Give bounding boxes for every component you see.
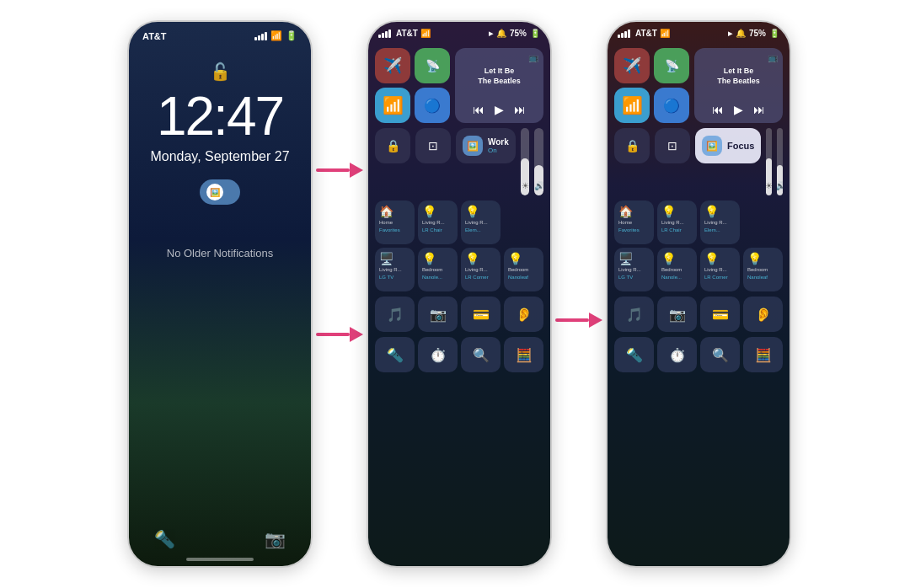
living-elem-btn-3[interactable]: 💡 Living R... Elem... — [700, 200, 740, 244]
last-row-3: 🔦 ⏱️ 🔍 🧮 — [614, 337, 783, 372]
lock-screen: AT&T 📶 🔋 🔓 12:47 Monday, September 27 🖼️… — [127, 20, 313, 568]
rotation-lock-btn-3[interactable]: 🔒 — [614, 128, 650, 163]
signal-bars-1 — [254, 32, 267, 40]
volume-icon: 🔊 — [534, 181, 543, 190]
focus-btn-text: Work On — [488, 137, 509, 154]
focus-label-icon: 🖼️ — [702, 136, 722, 156]
shazam-btn-3[interactable]: 🎵 — [614, 297, 654, 332]
home-favorites-btn-3[interactable]: 🏠 Home Favorites — [614, 200, 654, 244]
brightness-slider-3[interactable]: ☀ — [766, 128, 772, 195]
sliders-3: ☀ 🔊 — [766, 128, 783, 195]
wifi-icon-1: 📶 — [270, 30, 282, 41]
arrow-bottom — [316, 327, 363, 342]
lr-corner-btn[interactable]: 💡 Living R... LR Corner — [461, 248, 500, 291]
wallet-btn-3[interactable]: 💳 — [700, 297, 740, 332]
focus-label-btn[interactable]: 🖼️ Focus — [695, 128, 761, 163]
camera-btn-2[interactable]: 📷 — [418, 297, 458, 332]
second-row-3: 🔒 ⊡ 🖼️ Focus ☀ 🔊 — [614, 128, 783, 195]
music-title-3: Let It Be The Beatles — [701, 67, 776, 86]
bluetooth-btn[interactable]: 🔵 — [415, 88, 450, 123]
flashlight-btn-3[interactable]: 🔦 — [614, 337, 654, 372]
mirror-btn-3[interactable]: ⊡ — [655, 128, 690, 163]
bedroom-nanoleaf-btn[interactable]: 💡 Bedroom Nanoleaf — [504, 248, 543, 291]
control-center-work: AT&T 📶 ▸ 🔔 75% 🔋 ✈️ 📡 📶 🔵 📺 — [367, 20, 552, 568]
top-row-3: ✈️ 📡 📶 🔵 📺 Let It Be The Beatles ⏮ ▶ ⏭ — [614, 48, 783, 123]
wifi-btn-2[interactable]: 📶 — [375, 88, 410, 123]
prev-btn-2[interactable]: ⏮ — [473, 103, 484, 116]
flashlight-icon[interactable]: 🔦 — [154, 529, 175, 549]
camera-icon[interactable]: 📷 — [265, 529, 286, 549]
play-btn-3[interactable]: ▶ — [734, 103, 743, 116]
top-row-2: ✈️ 📡 📶 🔵 📺 Let It Be The Beatles ⏮ ▶ ⏭ — [375, 48, 543, 123]
cc-content-3: ✈️ 📡 📶 🔵 📺 Let It Be The Beatles ⏮ ▶ ⏭ — [608, 41, 790, 566]
timer-btn-3[interactable]: ⏱️ — [657, 337, 697, 372]
next-btn-3[interactable]: ⏭ — [753, 103, 765, 116]
cellular-data-btn[interactable]: 📡 — [415, 48, 450, 83]
living-lr-chair-btn-3[interactable]: 💡 Living R... LR Chair — [657, 200, 697, 244]
hearing-btn-3[interactable]: 👂 — [743, 297, 783, 332]
flashlight-btn-2[interactable]: 🔦 — [375, 337, 415, 372]
calculator-btn-3[interactable]: 🧮 — [743, 337, 783, 372]
time-display: 12:47 — [157, 85, 283, 147]
prev-btn-3[interactable]: ⏮ — [712, 103, 724, 116]
lr-corner-btn-3[interactable]: 💡 Living R... LR Corner — [700, 248, 740, 291]
volume-slider[interactable]: 🔊 — [534, 128, 543, 195]
cellular-btn-3[interactable]: 📡 — [654, 48, 689, 83]
airplay-icon-3: 📺 — [768, 53, 778, 62]
carrier-label-1: AT&T — [142, 31, 167, 41]
timer-btn-2[interactable]: ⏱️ — [418, 337, 458, 372]
status-bar-2: AT&T 📶 ▸ 🔔 75% 🔋 — [368, 22, 550, 41]
play-btn-2[interactable]: ▶ — [495, 103, 504, 116]
brightness-icon-3: ☀ — [766, 181, 772, 190]
calculator-btn-2[interactable]: 🧮 — [504, 337, 543, 372]
brightness-icon: ☀ — [522, 181, 529, 190]
alarm-icon-3: 🔔 — [736, 29, 746, 38]
home-indicator — [186, 558, 254, 561]
airplane-mode-btn-3[interactable]: ✈️ — [614, 48, 650, 83]
home-favorites-btn[interactable]: 🏠 Home Favorites — [375, 200, 415, 244]
lg-tv-btn[interactable]: 🖥️ Living R... LG TV — [375, 248, 415, 291]
lg-tv-btn-3[interactable]: 🖥️ Living R... LG TV — [614, 248, 654, 291]
magnifier-btn-3[interactable]: 🔍 — [700, 337, 740, 372]
focus-work-btn[interactable]: 🖼️ Work On — [456, 128, 516, 163]
focus-toggle-pill[interactable]: 🖼️ — [200, 179, 240, 205]
wifi-btn-3[interactable]: 📶 — [614, 88, 650, 123]
battery-icon-2: 🔋 — [530, 29, 540, 38]
shazam-btn[interactable]: 🎵 — [375, 297, 415, 332]
volume-icon-3: 🔊 — [777, 181, 783, 190]
bottom-icons-3: 🎵 📷 💳 👂 — [614, 297, 783, 332]
location-icon-2: ▸ — [489, 29, 493, 38]
battery-pct-3: 75% — [749, 29, 766, 38]
living-lr-chair-btn[interactable]: 💡 Living R... LR Chair — [418, 200, 458, 244]
bedroom-nanola-btn-3[interactable]: 💡 Bedroom Nanole... — [657, 248, 697, 291]
living-elem-btn[interactable]: 💡 Living R... Elem... — [461, 200, 500, 244]
no-notifications: No Older Notifications — [167, 247, 273, 259]
home-grid-2: 🏠 Home Favorites 💡 Living R... LR Chair … — [375, 200, 543, 291]
airplane-mode-btn[interactable]: ✈️ — [375, 48, 410, 83]
toggles-grid-2: ✈️ 📡 📶 🔵 — [375, 48, 450, 123]
status-bar-3: AT&T 📶 ▸ 🔔 75% 🔋 — [608, 22, 790, 41]
second-row-2: 🔒 ⊡ 🖼️ Work On ☀ 🔊 — [375, 128, 543, 195]
bluetooth-btn-3[interactable]: 🔵 — [654, 88, 689, 123]
sliders-2: ☀ 🔊 — [521, 128, 543, 195]
bedroom-nanola-btn[interactable]: 💡 Bedroom Nanole... — [418, 248, 458, 291]
cc-content-2: ✈️ 📡 📶 🔵 📺 Let It Be The Beatles ⏮ ▶ ⏭ — [368, 41, 550, 566]
carrier-2: AT&T — [396, 29, 418, 38]
next-btn-2[interactable]: ⏭ — [514, 103, 526, 116]
empty-btn-2a — [504, 200, 543, 244]
empty-btn-3a — [743, 200, 783, 244]
battery-icon-3: 🔋 — [769, 29, 779, 38]
wallet-btn[interactable]: 💳 — [461, 297, 500, 332]
rotation-lock-btn[interactable]: 🔒 — [375, 128, 410, 163]
mirror-btn[interactable]: ⊡ — [415, 128, 451, 163]
magnifier-btn-2[interactable]: 🔍 — [461, 337, 500, 372]
volume-slider-3[interactable]: 🔊 — [777, 128, 783, 195]
toggles-grid-3: ✈️ 📡 📶 🔵 — [614, 48, 689, 123]
bedroom-nanoleaf-btn-3[interactable]: 💡 Bedroom Nanoleaf — [743, 248, 783, 291]
brightness-slider[interactable]: ☀ — [521, 128, 530, 195]
lock-screen-bottom: 🔦 📷 — [129, 529, 311, 549]
camera-btn-3[interactable]: 📷 — [657, 297, 697, 332]
music-widget-2[interactable]: 📺 Let It Be The Beatles ⏮ ▶ ⏭ — [455, 48, 543, 123]
music-widget-3[interactable]: 📺 Let It Be The Beatles ⏮ ▶ ⏭ — [694, 48, 783, 123]
hearing-btn[interactable]: 👂 — [504, 297, 543, 332]
